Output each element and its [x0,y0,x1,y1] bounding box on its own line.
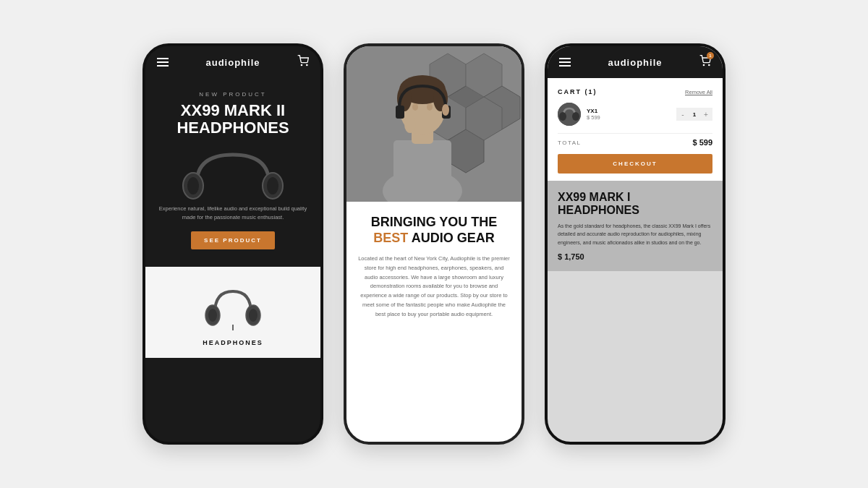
phone3-header: audiophile 1 [548,46,723,78]
cart-badge: 1 [707,52,714,59]
phone3-product-section: XX99 MARK IHEADPHONES As the gold standa… [548,181,723,271]
cart-title: CART (1) [558,88,597,95]
svg-point-30 [442,104,449,116]
phone-2: BRINGING YOU THE BEST AUDIO GEAR Located… [344,43,524,445]
product-headphones-image [204,283,262,333]
svg-point-3 [187,177,199,194]
qty-increase-button[interactable]: + [699,108,712,121]
svg-point-32 [427,103,433,111]
screen-container: audiophile NEW PRODUCT XX99 MARK II HEAD… [0,0,868,488]
svg-point-33 [703,64,704,65]
hero-title: XX99 MARK II HEADPHONES [157,102,309,137]
phone2-title: BRINGING YOU THE BEST AUDIO GEAR [358,215,510,246]
phone3-cart-button[interactable]: 1 [699,55,711,69]
hero-subtitle: NEW PRODUCT [157,91,309,98]
phone2-hero-image [346,46,522,202]
phone2-content: BRINGING YOU THE BEST AUDIO GEAR Located… [346,202,522,332]
total-label: TOTAL [558,140,582,146]
cart-header: CART (1) Remove All [558,88,712,95]
svg-rect-20 [393,140,451,202]
remove-all-button[interactable]: Remove All [685,89,712,95]
svg-point-5 [267,177,278,194]
phone2-description: Located at the heart of New York City, A… [358,254,510,319]
item-thumbnail [558,103,581,126]
cart-divider [558,133,712,134]
item-name: YX1 [587,108,671,114]
cart-item: YX1 $ 599 - 1 + [558,103,712,126]
phone1-hero: NEW PRODUCT XX99 MARK II HEADPHONES Expe… [145,78,320,267]
svg-point-37 [572,112,579,121]
brand-name: audiophile [206,57,260,68]
item-price: $ 599 [587,114,671,121]
phone2-title-accent: BEST [373,231,408,245]
qty-value: 1 [689,111,699,118]
phone1-product-section: HEADPHONES [145,267,320,358]
svg-point-1 [307,64,307,65]
product-label: HEADPHONES [157,339,309,346]
hero-headphones-image [175,144,291,202]
svg-point-9 [249,309,258,322]
cart-panel: CART (1) Remove All YX1 $ 599 [548,78,723,181]
checkout-button[interactable]: CHECKOUT [558,154,712,174]
svg-point-36 [559,112,566,121]
item-info: YX1 $ 599 [587,108,671,121]
cart-total-row: TOTAL $ 599 [558,138,712,147]
svg-point-0 [301,64,302,65]
quantity-control: - 1 + [676,108,712,121]
hamburger-menu[interactable] [157,58,169,67]
phone3-brand: audiophile [608,57,663,68]
svg-point-7 [208,309,217,322]
cart-button[interactable] [297,55,309,69]
hero-desc: Experience natural, lifelike audio and e… [157,205,309,221]
phone3-product-desc: As the gold standard for headphones, the… [558,222,712,247]
see-product-button[interactable]: SEE PRODUCT [191,231,275,249]
svg-rect-27 [396,106,404,119]
phone2-title-line2: AUDIO GEAR [412,231,495,245]
qty-decrease-button[interactable]: - [676,108,689,121]
svg-point-31 [412,103,418,111]
phone3-product-price: $ 1,750 [558,252,712,261]
phone2-title-line1: BRINGING YOU THE [371,215,498,229]
phone-3: audiophile 1 CART (1) Remove All [545,43,726,445]
phone3-product-title: XX99 MARK IHEADPHONES [558,191,712,216]
phone-1: audiophile NEW PRODUCT XX99 MARK II HEAD… [142,43,323,445]
svg-point-29 [404,116,416,133]
svg-point-34 [709,64,710,65]
phone1-header: audiophile [145,46,320,78]
phone3-hamburger[interactable] [559,58,571,67]
total-value: $ 599 [692,138,712,147]
